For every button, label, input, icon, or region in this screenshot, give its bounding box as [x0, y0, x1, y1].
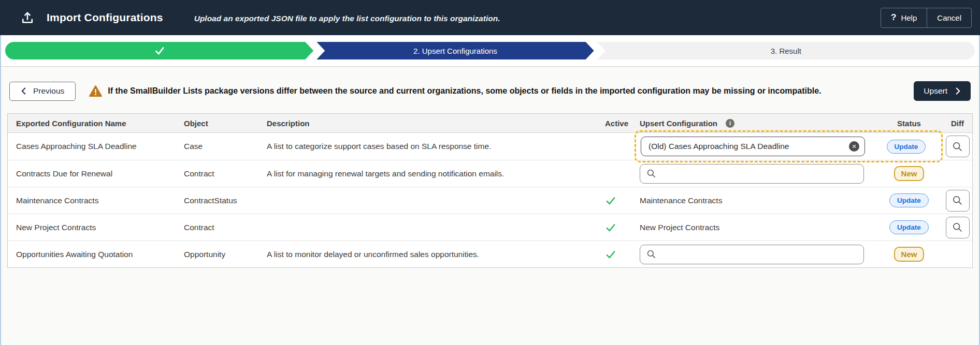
upsert-button-label: Upsert [924, 86, 947, 96]
question-mark-icon: ? [891, 12, 896, 23]
update-button[interactable]: Update [889, 220, 929, 234]
exported-configuration-name: New Project Contracts [8, 223, 184, 232]
previous-button[interactable]: Previous [9, 82, 76, 101]
active-check-icon [605, 222, 616, 233]
toolbar: Previous If the SmallBuilder Lists packa… [9, 81, 971, 101]
diff-button[interactable] [946, 190, 970, 212]
description-text: A list for managing renewal targets and … [267, 169, 565, 178]
object-name: Contract [184, 223, 267, 232]
help-button-label: Help [901, 13, 917, 22]
magnifier-icon [952, 222, 963, 233]
wizard-progress: 2. Upsert Configurations 3. Result [1, 35, 979, 67]
import-configurations-screen: Import Configurations Upload an exported… [0, 0, 980, 345]
table-body: Cases Approaching SLA DeadlineCaseA list… [8, 133, 972, 267]
update-button[interactable]: Update [889, 193, 929, 207]
col-header-object: Object [184, 119, 267, 128]
description-text: A list to categorize support cases based… [267, 142, 565, 151]
diff-cell [943, 217, 972, 238]
diff-cell [943, 190, 972, 212]
upsert-config-search-input[interactable] [640, 245, 864, 264]
configurations-table: Exported Configuration Name Object Descr… [7, 113, 973, 268]
header-button-group: ? Help Cancel [881, 8, 972, 28]
col-header-description: Description [267, 119, 565, 128]
wizard-step-1-completed [5, 42, 313, 59]
highlight-dashed-outline: ✕Update [635, 130, 943, 162]
warning-triangle-icon [89, 85, 102, 97]
upsert-button[interactable]: Upsert [914, 81, 971, 101]
active-cell [565, 222, 640, 233]
object-name: Case [184, 142, 267, 151]
new-status-badge: New [894, 166, 925, 181]
diff-button[interactable] [946, 136, 970, 157]
page-title: Import Configurations [47, 11, 163, 24]
cancel-button[interactable]: Cancel [927, 8, 971, 27]
status-cell: New [875, 247, 943, 262]
chevron-left-icon [21, 87, 26, 95]
active-check-icon [605, 249, 616, 260]
status-cell: New [875, 166, 943, 181]
content-area: Previous If the SmallBuilder Lists packa… [1, 67, 979, 268]
table-row: Cases Approaching SLA DeadlineCaseA list… [8, 133, 972, 160]
warning-message: If the SmallBuilder Lists package versio… [89, 85, 821, 97]
upsert-config-input-box: ✕ [641, 137, 865, 156]
upsert-configuration-cell [640, 164, 875, 184]
description-text: A list to monitor delayed or unconfirmed… [267, 250, 565, 259]
warning-text: If the SmallBuilder Lists package versio… [108, 86, 821, 96]
object-name: Contract [184, 169, 267, 178]
completed-check-icon [154, 45, 165, 56]
diff-cell [943, 136, 972, 157]
table-row: Opportunities Awaiting QuotationOpportun… [8, 241, 972, 267]
previous-button-label: Previous [33, 86, 64, 96]
exported-configuration-name: Opportunities Awaiting Quotation [8, 250, 184, 259]
upsert-configuration-cell: Maintenance Contracts [640, 196, 875, 205]
active-cell [565, 249, 640, 260]
object-name: ContractStatus [184, 196, 267, 205]
table-row: Contracts Due for RenewalContractA list … [8, 160, 972, 187]
table-row: Maintenance ContractsContractStatusMaint… [8, 187, 972, 214]
exported-configuration-name: Maintenance Contracts [8, 196, 184, 205]
chevron-right-icon [955, 87, 961, 95]
upsert-config-search-box [640, 164, 864, 184]
magnifier-icon [952, 141, 963, 152]
upsert-configuration-cell: ✕ [641, 137, 871, 156]
upsert-config-text: Maintenance Contracts [640, 196, 722, 205]
wizard-step-3-upcoming: 3. Result [597, 42, 975, 59]
app-header: Import Configurations Upload an exported… [0, 0, 980, 35]
active-check-icon [605, 195, 616, 206]
upsert-config-search-input[interactable] [640, 164, 864, 184]
page-subtitle: Upload an exported JSON file to apply th… [194, 14, 500, 23]
col-header-upsert-configuration: Upsert Configuration i [640, 119, 875, 128]
table-row: New Project ContractsContractNew Project… [8, 214, 972, 241]
status-cell: Update [871, 140, 941, 154]
upsert-config-input[interactable] [641, 137, 865, 156]
clear-input-icon[interactable]: ✕ [849, 141, 859, 152]
info-icon[interactable]: i [726, 119, 734, 128]
exported-configuration-name: Contracts Due for Renewal [8, 169, 184, 178]
object-name: Opportunity [184, 250, 267, 259]
col-header-exported-configuration-name: Exported Configuration Name [8, 119, 184, 128]
update-button[interactable]: Update [887, 140, 926, 154]
active-cell [565, 195, 640, 206]
status-cell: Update [875, 220, 943, 234]
col-header-diff: Diff [943, 119, 972, 128]
new-status-badge: New [894, 247, 925, 262]
diff-button[interactable] [946, 217, 970, 238]
help-button[interactable]: ? Help [881, 8, 927, 27]
col-header-active: Active [565, 119, 640, 128]
upload-icon [20, 10, 35, 25]
upsert-config-text: New Project Contracts [640, 223, 719, 232]
upsert-config-search-box [640, 245, 864, 264]
upsert-configuration-cell [640, 245, 875, 264]
wizard-step-2-current: 2. Upsert Configurations [316, 42, 594, 59]
status-cell: Update [875, 193, 943, 207]
upsert-configuration-cell: New Project Contracts [640, 223, 875, 232]
magnifier-icon [952, 195, 963, 206]
col-header-status: Status [875, 119, 943, 128]
main-frame: 2. Upsert Configurations 3. Result Previ… [0, 35, 980, 345]
exported-configuration-name: Cases Approaching SLA Deadline [8, 142, 184, 151]
